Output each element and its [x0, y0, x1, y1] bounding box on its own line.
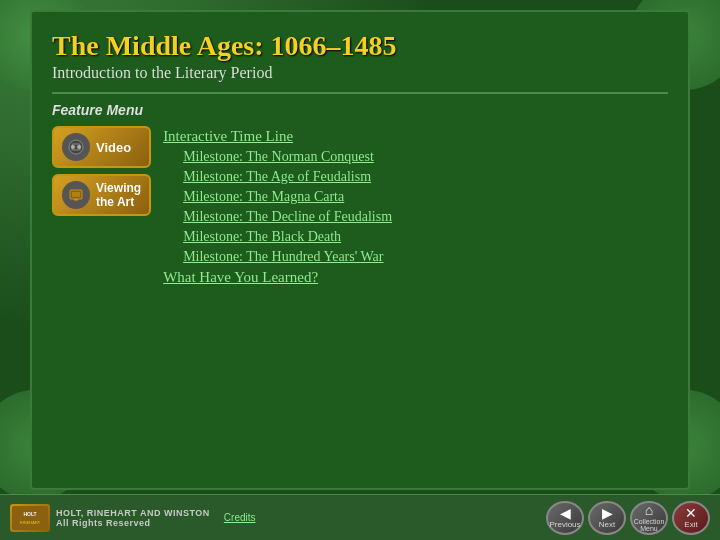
subtitle: Introduction to the Literary Period [52, 64, 668, 82]
link-item-what-learned[interactable]: What Have You Learned? [163, 269, 392, 286]
previous-button[interactable]: ◀ Previous [546, 501, 584, 535]
publisher-logo: HOLT RINEHART [10, 504, 50, 532]
main-content-area: The Middle Ages: 1066–1485 Introduction … [30, 10, 690, 490]
publisher-text-group: HOLT, RINEHART AND WINSTON All Rights Re… [56, 508, 210, 528]
viewing-art-label: Viewing the Art [96, 181, 141, 209]
next-label: Next [599, 521, 615, 529]
link-item-milestone-decline[interactable]: Milestone: The Decline of Feudalism [163, 209, 392, 225]
rights-text: All Rights Reserved [56, 518, 210, 528]
link-item-milestone-feudalism[interactable]: Milestone: The Age of Feudalism [163, 169, 392, 185]
previous-arrow-icon: ◀ [560, 506, 571, 520]
main-title: The Middle Ages: 1066–1485 [52, 30, 668, 62]
link-item-milestone-black-death[interactable]: Milestone: The Black Death [163, 229, 392, 245]
svg-point-2 [77, 145, 81, 149]
svg-rect-6 [74, 199, 78, 201]
links-column: Interactive Time LineMilestone: The Norm… [163, 126, 392, 286]
link-item-milestone-hundred[interactable]: Milestone: The Hundred Years' War [163, 249, 392, 265]
link-item-milestone-norman[interactable]: Milestone: The Norman Conquest [163, 149, 392, 165]
exit-label: Exit [684, 521, 697, 529]
home-icon: ⌂ [645, 503, 653, 517]
svg-text:RINEHART: RINEHART [20, 520, 41, 525]
exit-icon: ✕ [685, 506, 697, 520]
divider [52, 92, 668, 94]
bottom-bar: HOLT RINEHART HOLT, RINEHART AND WINSTON… [0, 494, 720, 540]
svg-point-1 [71, 145, 75, 149]
publisher-info: HOLT RINEHART HOLT, RINEHART AND WINSTON… [10, 504, 256, 532]
video-button[interactable]: Video [52, 126, 151, 168]
nav-buttons-right: ◀ Previous ▶ Next ⌂ Collection Menu ✕ Ex… [546, 501, 710, 535]
feature-menu-label: Feature Menu [52, 102, 668, 118]
video-icon [62, 133, 90, 161]
previous-label: Previous [549, 521, 580, 529]
content-area: Video Viewing the Art Interactive Time L [52, 126, 668, 286]
viewing-icon [62, 181, 90, 209]
next-button[interactable]: ▶ Next [588, 501, 626, 535]
collection-menu-button[interactable]: ⌂ Collection Menu [630, 501, 668, 535]
link-item-milestone-magna[interactable]: Milestone: The Magna Carta [163, 189, 392, 205]
credits-link[interactable]: Credits [224, 512, 256, 523]
page-wrapper: The Middle Ages: 1066–1485 Introduction … [0, 0, 720, 540]
collection-menu-label: Collection Menu [634, 518, 665, 532]
title-section: The Middle Ages: 1066–1485 Introduction … [52, 30, 668, 82]
svg-text:HOLT: HOLT [23, 511, 36, 517]
next-arrow-icon: ▶ [602, 506, 613, 520]
svg-rect-5 [72, 192, 80, 197]
viewing-art-button[interactable]: Viewing the Art [52, 174, 151, 216]
side-buttons-column: Video Viewing the Art [52, 126, 151, 286]
svg-rect-7 [12, 506, 48, 530]
exit-button[interactable]: ✕ Exit [672, 501, 710, 535]
link-item-interactive-timeline[interactable]: Interactive Time Line [163, 128, 392, 145]
video-button-label: Video [96, 140, 131, 155]
publisher-name: HOLT, RINEHART AND WINSTON [56, 508, 210, 518]
